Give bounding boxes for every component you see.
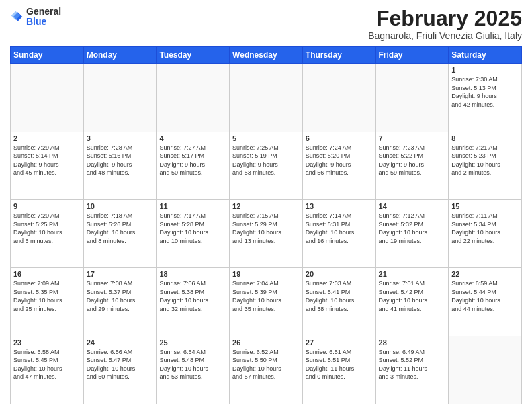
calendar-cell [11,64,84,132]
calendar-cell: 22Sunrise: 6:59 AM Sunset: 5:44 PM Dayli… [449,268,522,336]
day-info: Sunrise: 7:24 AM Sunset: 5:20 PM Dayligh… [306,144,373,177]
day-number: 12 [232,202,300,210]
calendar-cell: 4Sunrise: 7:27 AM Sunset: 5:17 PM Daylig… [157,132,230,199]
calendar-cell: 26Sunrise: 6:52 AM Sunset: 5:50 PM Dayli… [230,336,303,404]
calendar-cell: 7Sunrise: 7:23 AM Sunset: 5:22 PM Daylig… [375,132,449,199]
day-info: Sunrise: 6:51 AM Sunset: 5:51 PM Dayligh… [306,348,373,381]
calendar-cell [230,64,303,132]
calendar-cell: 24Sunrise: 6:56 AM Sunset: 5:47 PM Dayli… [83,336,157,404]
day-number: 18 [159,270,226,278]
day-number: 26 [232,338,300,347]
day-number: 6 [306,134,373,142]
calendar-cell: 16Sunrise: 7:09 AM Sunset: 5:35 PM Dayli… [11,268,84,336]
day-info: Sunrise: 7:18 AM Sunset: 5:26 PM Dayligh… [87,212,154,245]
day-number: 25 [159,338,226,347]
day-number: 19 [232,270,300,278]
day-info: Sunrise: 7:12 AM Sunset: 5:32 PM Dayligh… [379,212,446,245]
week-row-2: 9Sunrise: 7:20 AM Sunset: 5:25 PM Daylig… [11,199,522,267]
day-info: Sunrise: 7:27 AM Sunset: 5:17 PM Dayligh… [159,144,226,177]
calendar-cell: 23Sunrise: 6:58 AM Sunset: 5:45 PM Dayli… [11,336,84,404]
day-info: Sunrise: 7:28 AM Sunset: 5:16 PM Dayligh… [87,144,154,177]
day-number: 27 [306,338,373,347]
day-number: 1 [451,66,519,74]
logo-blue-text: Blue [26,17,61,27]
calendar-cell [83,64,157,132]
calendar-cell: 15Sunrise: 7:11 AM Sunset: 5:34 PM Dayli… [449,199,522,267]
day-number: 4 [159,134,226,142]
day-number: 23 [13,338,81,347]
calendar-cell: 27Sunrise: 6:51 AM Sunset: 5:51 PM Dayli… [302,336,375,404]
header: General Blue February 2025 Bagnarola, Fr… [10,7,522,41]
day-number: 28 [379,338,446,347]
weekday-header-thursday: Thursday [302,47,375,64]
calendar-cell: 28Sunrise: 6:49 AM Sunset: 5:52 PM Dayli… [375,336,449,404]
day-info: Sunrise: 6:58 AM Sunset: 5:45 PM Dayligh… [13,348,81,381]
day-info: Sunrise: 7:23 AM Sunset: 5:22 PM Dayligh… [379,144,446,177]
calendar-cell: 18Sunrise: 7:06 AM Sunset: 5:38 PM Dayli… [157,268,230,336]
day-info: Sunrise: 7:06 AM Sunset: 5:38 PM Dayligh… [159,279,226,313]
calendar-cell: 1Sunrise: 7:30 AM Sunset: 5:13 PM Daylig… [449,64,522,132]
calendar-cell: 25Sunrise: 6:54 AM Sunset: 5:48 PM Dayli… [157,336,230,404]
day-info: Sunrise: 6:49 AM Sunset: 5:52 PM Dayligh… [379,348,446,381]
day-info: Sunrise: 7:03 AM Sunset: 5:41 PM Dayligh… [306,279,373,313]
day-number: 17 [87,270,154,278]
calendar-cell: 14Sunrise: 7:12 AM Sunset: 5:32 PM Dayli… [375,199,449,267]
day-info: Sunrise: 7:08 AM Sunset: 5:37 PM Dayligh… [87,279,154,313]
calendar-cell: 9Sunrise: 7:20 AM Sunset: 5:25 PM Daylig… [11,199,84,267]
day-number: 20 [306,270,373,278]
weekday-header-friday: Friday [375,47,449,64]
day-number: 2 [13,134,81,142]
day-info: Sunrise: 6:59 AM Sunset: 5:44 PM Dayligh… [451,279,519,313]
day-info: Sunrise: 7:30 AM Sunset: 5:13 PM Dayligh… [451,75,519,109]
day-info: Sunrise: 7:20 AM Sunset: 5:25 PM Dayligh… [13,212,81,245]
calendar-cell: 12Sunrise: 7:15 AM Sunset: 5:29 PM Dayli… [230,199,303,267]
day-info: Sunrise: 7:11 AM Sunset: 5:34 PM Dayligh… [451,212,519,245]
location-text: Bagnarola, Friuli Venezia Giulia, Italy [368,30,522,41]
calendar-cell: 19Sunrise: 7:04 AM Sunset: 5:39 PM Dayli… [230,268,303,336]
day-info: Sunrise: 6:56 AM Sunset: 5:47 PM Dayligh… [87,348,154,381]
day-info: Sunrise: 7:21 AM Sunset: 5:23 PM Dayligh… [451,144,519,177]
weekday-header-row: SundayMondayTuesdayWednesdayThursdayFrid… [11,47,522,64]
calendar-cell: 11Sunrise: 7:17 AM Sunset: 5:28 PM Dayli… [157,199,230,267]
calendar-cell: 8Sunrise: 7:21 AM Sunset: 5:23 PM Daylig… [449,132,522,199]
day-info: Sunrise: 7:15 AM Sunset: 5:29 PM Dayligh… [232,212,300,245]
day-info: Sunrise: 6:54 AM Sunset: 5:48 PM Dayligh… [159,348,226,381]
day-info: Sunrise: 7:17 AM Sunset: 5:28 PM Dayligh… [159,212,226,245]
week-row-3: 16Sunrise: 7:09 AM Sunset: 5:35 PM Dayli… [11,268,522,336]
month-title: February 2025 [368,7,522,30]
day-number: 15 [451,202,519,210]
weekday-header-tuesday: Tuesday [157,47,230,64]
calendar-table: SundayMondayTuesdayWednesdayThursdayFrid… [10,46,522,404]
title-block: February 2025 Bagnarola, Friuli Venezia … [368,7,522,41]
weekday-header-sunday: Sunday [11,47,84,64]
calendar-cell [302,64,375,132]
logo-general-text: General [26,7,61,17]
logo-icon [10,10,24,24]
day-number: 8 [451,134,519,142]
day-info: Sunrise: 7:09 AM Sunset: 5:35 PM Dayligh… [13,279,81,313]
calendar-cell [157,64,230,132]
day-number: 5 [232,134,300,142]
day-info: Sunrise: 7:14 AM Sunset: 5:31 PM Dayligh… [306,212,373,245]
day-info: Sunrise: 7:25 AM Sunset: 5:19 PM Dayligh… [232,144,300,177]
calendar-cell: 3Sunrise: 7:28 AM Sunset: 5:16 PM Daylig… [83,132,157,199]
day-number: 11 [159,202,226,210]
week-row-0: 1Sunrise: 7:30 AM Sunset: 5:13 PM Daylig… [11,64,522,132]
day-number: 14 [379,202,446,210]
calendar-cell: 17Sunrise: 7:08 AM Sunset: 5:37 PM Dayli… [83,268,157,336]
day-number: 3 [87,134,154,142]
day-number: 7 [379,134,446,142]
day-info: Sunrise: 6:52 AM Sunset: 5:50 PM Dayligh… [232,348,300,381]
calendar-cell: 13Sunrise: 7:14 AM Sunset: 5:31 PM Dayli… [302,199,375,267]
calendar-cell [375,64,449,132]
weekday-header-saturday: Saturday [449,47,522,64]
day-number: 9 [13,202,81,210]
weekday-header-monday: Monday [83,47,157,64]
calendar-cell: 10Sunrise: 7:18 AM Sunset: 5:26 PM Dayli… [83,199,157,267]
day-info: Sunrise: 7:01 AM Sunset: 5:42 PM Dayligh… [379,279,446,313]
day-number: 10 [87,202,154,210]
week-row-1: 2Sunrise: 7:29 AM Sunset: 5:14 PM Daylig… [11,132,522,199]
weekday-header-wednesday: Wednesday [230,47,303,64]
week-row-4: 23Sunrise: 6:58 AM Sunset: 5:45 PM Dayli… [11,336,522,404]
logo: General Blue [10,7,61,28]
